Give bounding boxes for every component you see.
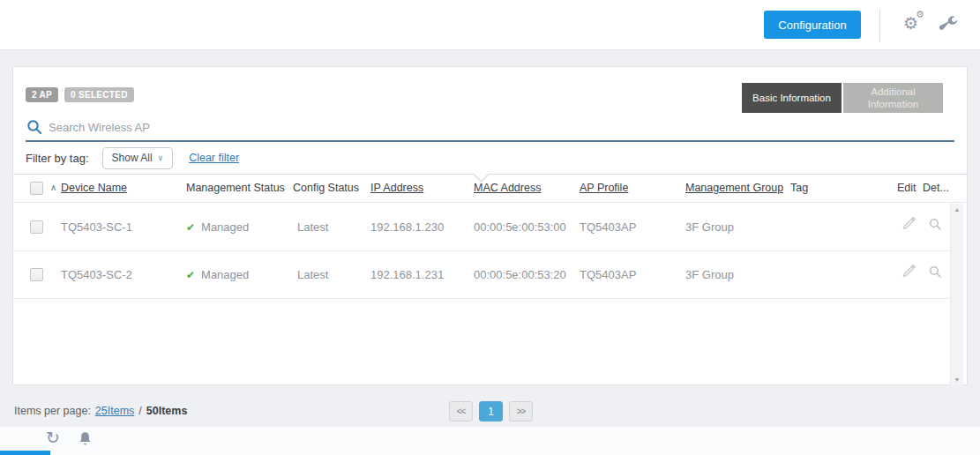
scroll-down-icon[interactable]: ▼ [951, 377, 963, 383]
tab-basic-information[interactable]: Basic Information [742, 83, 842, 113]
device-name-cell: TQ5403-SC-2 [61, 268, 132, 281]
table-row: TQ5403-SC-2 ✔ Managed Latest 192.168.1.2… [13, 251, 949, 299]
mac-address-cell: 00:00:5e:00:53:20 [474, 268, 566, 281]
select-all-checkbox[interactable] [30, 182, 43, 195]
app-window: Configuration ⚙ ⚙ 2 AP 0 SELECTED Basic … [0, 0, 980, 455]
items-per-page-50: 50Items [146, 405, 188, 417]
search-underline [26, 140, 954, 142]
mac-address-cell: 00:00:5e:00:53:00 [474, 220, 566, 234]
column-header-device-name[interactable]: Device Name [61, 182, 127, 194]
bottom-blue-strip [0, 451, 50, 455]
ap-profile-cell: TQ5403AP [580, 220, 636, 234]
pagination-next-button[interactable]: >> [509, 401, 533, 421]
settings-gears-icon[interactable]: ⚙ ⚙ [901, 11, 928, 38]
wrench-icon [939, 15, 958, 34]
toolbar-divider [879, 9, 880, 41]
column-header-ap-profile[interactable]: AP Profile [580, 182, 628, 194]
bottom-toolbar: ↻ [0, 427, 980, 455]
managed-check-icon: ✔ [186, 221, 195, 234]
items-per-page: Items per page: 25Items / 50Items [14, 405, 187, 417]
search-input[interactable] [49, 117, 878, 137]
filter-by-tag-label: Filter by tag: [26, 152, 89, 165]
management-status-text: Managed [201, 268, 249, 281]
top-toolbar: Configuration ⚙ ⚙ [0, 0, 980, 50]
edit-pencil-icon[interactable] [901, 265, 916, 282]
notification-bell-icon[interactable] [78, 431, 94, 447]
managed-check-icon: ✔ [186, 269, 195, 281]
sort-ascending-icon: ∧ [50, 183, 56, 192]
pagination-prev-button[interactable]: << [449, 401, 473, 421]
column-header-config-status: Config Status [293, 182, 359, 194]
pagination: << 1 >> [449, 401, 533, 421]
items-per-page-label: Items per page: [14, 405, 91, 417]
device-name-cell: TQ5403-SC-1 [61, 220, 132, 234]
column-header-ip-address[interactable]: IP Address [370, 182, 423, 194]
management-status-cell: ✔ Managed [186, 268, 249, 281]
column-header-management-status: Management Status [186, 182, 285, 194]
filter-row: Filter by tag: Show All ∨ Clear filter [26, 146, 239, 169]
column-header-management-group[interactable]: Management Group [685, 182, 783, 194]
column-header-edit: Edit [897, 182, 916, 194]
row-checkbox[interactable] [30, 268, 43, 281]
table-row: TQ5403-SC-1 ✔ Managed Latest 192.168.1.2… [13, 204, 949, 251]
ip-address-cell: 192.168.1.230 [370, 220, 444, 234]
refresh-icon[interactable]: ↻ [46, 428, 60, 448]
gear-small-icon: ⚙ [916, 10, 924, 19]
management-group-cell: 3F Group [685, 220, 734, 234]
management-group-cell: 3F Group [685, 268, 734, 281]
tag-filter-dropdown[interactable]: Show All ∨ [102, 147, 174, 169]
table-scrollbar[interactable]: ▲ ▼ [950, 204, 963, 385]
tab-additional-information[interactable]: Additional Information [843, 83, 943, 113]
wireless-ap-panel: 2 AP 0 SELECTED Basic Information Additi… [12, 66, 968, 385]
items-per-page-25-link[interactable]: 25Items [95, 405, 134, 417]
scroll-up-icon[interactable]: ▲ [951, 206, 963, 213]
info-tabs: Basic Information Additional Information [742, 83, 943, 113]
config-status-cell: Latest [297, 268, 328, 281]
column-header-mac-address[interactable]: MAC Address [474, 182, 541, 194]
chevron-down-icon: ∨ [158, 153, 164, 162]
config-status-cell: Latest [297, 220, 328, 234]
selected-count-badge: 0 SELECTED [64, 87, 134, 102]
edit-pencil-icon[interactable] [901, 217, 916, 235]
ap-count-badge: 2 AP [26, 87, 58, 102]
configuration-button[interactable]: Configuration [764, 11, 861, 39]
column-header-details: Det... [923, 182, 949, 194]
ap-profile-cell: TQ5403AP [580, 268, 636, 281]
tag-filter-selected-value: Show All [112, 152, 153, 164]
details-magnifier-icon[interactable] [929, 265, 942, 281]
management-status-text: Managed [201, 220, 249, 234]
table-header-row: ∧ Device Name Management Status Config S… [13, 175, 969, 203]
pagination-page-1-button[interactable]: 1 [479, 401, 503, 421]
details-magnifier-icon[interactable] [929, 218, 942, 234]
row-checkbox[interactable] [30, 220, 43, 234]
clear-filter-link[interactable]: Clear filter [189, 152, 239, 164]
ip-address-cell: 192.168.1.231 [370, 268, 444, 281]
selection-badges: 2 AP 0 SELECTED [26, 87, 134, 102]
search-icon [26, 119, 42, 135]
column-header-tag: Tag [790, 182, 808, 194]
tools-wrench-icon[interactable] [939, 15, 960, 36]
management-status-cell: ✔ Managed [186, 220, 249, 234]
items-per-page-separator: / [138, 405, 141, 417]
